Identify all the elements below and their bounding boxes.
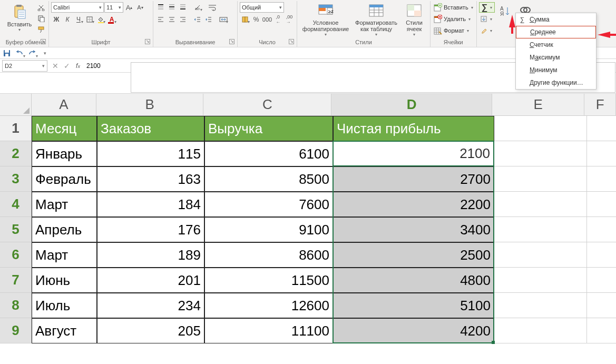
font-color-button[interactable]: A — [106, 14, 117, 25]
dialog-launcher-icon[interactable]: ↘ — [145, 39, 150, 44]
row-header[interactable]: 1 — [0, 116, 32, 141]
column-header[interactable]: E — [492, 94, 584, 116]
format-as-table-button[interactable]: Форматировать как таблицу▾ — [353, 2, 399, 37]
row-header[interactable]: 2 — [0, 141, 32, 166]
cell[interactable]: 8600 — [204, 242, 333, 268]
row-header[interactable]: 6 — [0, 242, 32, 268]
comma-button[interactable]: 000 — [262, 14, 272, 25]
merge-button[interactable] — [218, 14, 229, 25]
font-size-combo[interactable]: 11 — [104, 2, 123, 13]
name-box[interactable]: D2 — [2, 60, 47, 72]
cell[interactable]: 163 — [97, 166, 204, 192]
border-button[interactable] — [84, 14, 95, 25]
cell[interactable]: 2200 — [333, 192, 494, 217]
row-header[interactable]: 9 — [0, 318, 32, 343]
cell[interactable] — [587, 166, 616, 192]
row-header[interactable]: 8 — [0, 293, 32, 318]
cell-styles-button[interactable]: Стили ячеек▾ — [400, 2, 428, 37]
cell[interactable] — [587, 141, 616, 166]
cell[interactable] — [587, 293, 616, 318]
cell[interactable]: 7600 — [204, 192, 333, 217]
decrease-font-button[interactable]: A▾ — [135, 2, 145, 13]
cell[interactable] — [494, 192, 587, 217]
cell[interactable]: 2500 — [333, 242, 494, 268]
column-header[interactable]: A — [32, 94, 96, 116]
font-name-combo[interactable]: Calibri — [51, 2, 104, 13]
dialog-launcher-icon[interactable]: ↘ — [229, 39, 234, 44]
align-right-button[interactable] — [178, 14, 188, 25]
row-header[interactable]: 3 — [0, 166, 32, 192]
autosum-button[interactable]: ∑ — [479, 2, 495, 13]
fill-button[interactable] — [479, 14, 495, 24]
cell[interactable]: 189 — [97, 242, 204, 268]
redo-button[interactable] — [27, 48, 37, 58]
cell[interactable]: Август — [32, 318, 97, 343]
cell[interactable]: 4200 — [333, 318, 494, 343]
align-center-button[interactable] — [167, 14, 177, 25]
cancel-formula-button[interactable]: ✕ — [50, 62, 61, 70]
cell[interactable]: 3400 — [333, 217, 494, 242]
menu-item-average[interactable]: Среднее — [516, 26, 596, 38]
fill-color-button[interactable] — [95, 14, 106, 25]
cell[interactable] — [494, 293, 587, 318]
cell[interactable] — [587, 268, 616, 293]
undo-button[interactable] — [15, 48, 24, 58]
cell[interactable]: Март — [32, 242, 97, 268]
menu-item-min[interactable]: Минимум — [516, 64, 596, 76]
cell[interactable]: 9100 — [204, 217, 333, 242]
dialog-launcher-icon[interactable]: ↘ — [41, 39, 46, 44]
cell[interactable] — [587, 217, 616, 242]
cell[interactable] — [494, 166, 587, 192]
currency-button[interactable] — [240, 14, 250, 25]
row-header[interactable]: 7 — [0, 268, 32, 293]
cell[interactable]: Февраль — [32, 166, 97, 192]
cell[interactable] — [587, 116, 616, 141]
cell[interactable]: Выручка — [204, 116, 333, 141]
cell[interactable]: 184 — [97, 192, 204, 217]
cell[interactable]: 2700 — [333, 166, 494, 192]
qat-customize-button[interactable]: ▾ — [40, 48, 50, 58]
insert-function-button[interactable]: fx — [73, 62, 83, 70]
number-format-combo[interactable]: Общий — [240, 2, 284, 13]
cell[interactable]: 4800 — [333, 268, 494, 293]
menu-item-max[interactable]: Максимум — [516, 51, 596, 64]
increase-font-button[interactable]: A▴ — [124, 2, 134, 13]
bold-button[interactable]: Ж — [51, 14, 62, 25]
cell[interactable] — [494, 268, 587, 293]
cell[interactable]: Март — [32, 192, 97, 217]
copy-button[interactable] — [36, 13, 46, 24]
worksheet-grid[interactable]: ABCDEF 123456789 МесяцЗаказовВыручкаЧист… — [0, 94, 616, 343]
format-painter-button[interactable] — [36, 24, 46, 35]
cell[interactable] — [587, 192, 616, 217]
cell[interactable]: 8500 — [204, 166, 333, 192]
percent-button[interactable]: % — [251, 14, 261, 25]
column-header[interactable]: B — [96, 94, 203, 116]
underline-button[interactable]: Ч — [73, 14, 84, 25]
cell[interactable] — [587, 318, 616, 343]
decrease-decimal-button[interactable]: ,00→ — [284, 14, 295, 25]
save-button[interactable] — [2, 48, 12, 58]
cell[interactable]: 234 — [97, 293, 204, 318]
align-middle-button[interactable] — [167, 2, 177, 13]
cell[interactable] — [494, 242, 587, 268]
cell[interactable]: 176 — [97, 217, 204, 242]
cell[interactable]: Июнь — [32, 268, 97, 293]
insert-cells-button[interactable]: Вставить — [433, 2, 474, 13]
cell[interactable] — [494, 141, 587, 166]
cell[interactable]: Январь — [32, 141, 97, 166]
menu-item-count[interactable]: Счетчик — [516, 38, 596, 51]
cell[interactable] — [494, 217, 587, 242]
cell[interactable]: Июль — [32, 293, 97, 318]
delete-cells-button[interactable]: Удалить — [433, 14, 472, 24]
cells-area[interactable]: МесяцЗаказовВыручкаЧистая прибыльЯнварь1… — [32, 116, 616, 343]
cell[interactable]: 5100 — [333, 293, 494, 318]
wrap-text-button[interactable] — [207, 2, 218, 13]
decrease-indent-button[interactable] — [192, 14, 203, 25]
row-header[interactable]: 5 — [0, 217, 32, 242]
row-header[interactable]: 4 — [0, 192, 32, 217]
orientation-button[interactable]: ab — [192, 2, 203, 13]
cell[interactable]: 11500 — [204, 268, 333, 293]
align-left-button[interactable] — [155, 14, 166, 25]
cell[interactable]: Апрель — [32, 217, 97, 242]
cell[interactable]: Чистая прибыль — [333, 116, 494, 141]
